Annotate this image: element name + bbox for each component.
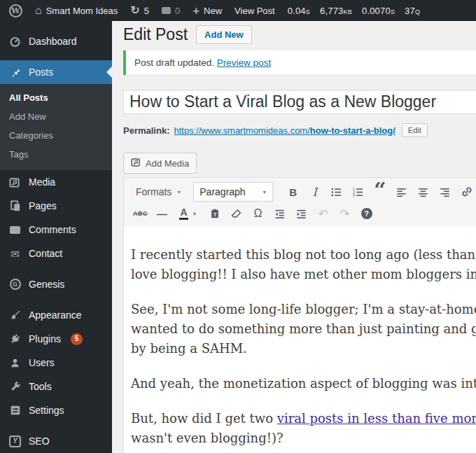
query-monitor-stats[interactable]: 0.04s 6,773kb 0.0070s 37q — [281, 0, 427, 21]
clear-formatting-button[interactable] — [225, 204, 247, 223]
plug-icon — [8, 333, 22, 344]
permalink-url-link[interactable]: https://www.smartmomideas.com/how-to-sta… — [174, 125, 395, 136]
settings-sliders-icon — [8, 405, 22, 416]
admin-sidebar-menu: Dashboard Posts All Posts Add New Catego… — [0, 21, 112, 453]
editor-toolbar-primary: Formats ▼ Paragraph ▼ B I 123 “ — [124, 178, 476, 203]
sidebar-item-pages[interactable]: Pages — [0, 194, 112, 218]
comment-bubble-icon — [162, 7, 171, 14]
wordpress-menu[interactable]: W — [3, 0, 29, 21]
align-right-icon — [439, 186, 451, 198]
chevron-down-icon: ▼ — [192, 211, 197, 216]
italic-button[interactable]: I — [304, 183, 326, 201]
user-icon — [8, 358, 22, 368]
text-line: See, I'm not some long-life blogger; I'm… — [131, 300, 476, 319]
chevron-down-icon: ▼ — [176, 190, 181, 195]
formats-dropdown[interactable]: Formats ▼ — [130, 182, 188, 202]
paragraph: And yeah, the monetization aspect of blo… — [131, 374, 476, 393]
media-icon — [8, 176, 22, 188]
updates-menu[interactable]: ↻ 5 — [124, 0, 155, 21]
sidebar-item-label: Media — [29, 176, 55, 188]
sidebar-item-label: Posts — [29, 66, 53, 78]
paragraph: But, how did I get two viral posts in le… — [131, 409, 476, 448]
undo-icon: ↶ — [318, 207, 328, 221]
sidebar-item-posts[interactable]: Posts — [0, 60, 112, 84]
blockquote-icon: “ — [374, 187, 386, 197]
redo-button[interactable]: ↷ — [334, 204, 356, 223]
submenu-item-all-posts[interactable]: All Posts — [0, 88, 112, 107]
horizontal-rule-button[interactable]: — — [151, 204, 173, 223]
sidebar-item-label: Genesis — [29, 278, 64, 291]
edit-permalink-button[interactable]: Edit — [402, 123, 428, 137]
special-character-button[interactable]: Ω — [247, 204, 269, 223]
sidebar-item-label: Users — [29, 356, 55, 369]
notice-text: Post draft updated. — [134, 57, 214, 68]
sidebar-item-genesis[interactable]: G Genesis — [0, 272, 112, 296]
horizontal-rule-icon: — — [157, 208, 167, 220]
strikethrough-button[interactable]: ABC — [130, 204, 151, 223]
yoast-seo-icon: Y — [8, 435, 22, 447]
paragraph-style-dropdown[interactable]: Paragraph ▼ — [193, 182, 273, 202]
sidebar-item-label: Plugins — [29, 333, 61, 345]
sidebar-item-plugins[interactable]: Plugins 5 — [0, 327, 112, 351]
preview-post-link[interactable]: Preview post — [217, 57, 271, 68]
sidebar-item-media[interactable]: Media — [0, 170, 112, 194]
pushpin-icon — [8, 67, 22, 78]
new-content-menu[interactable]: + New — [186, 0, 228, 21]
omega-icon: Ω — [254, 207, 262, 220]
help-button[interactable]: ? — [356, 204, 377, 223]
sidebar-item-comments[interactable]: Comments — [0, 218, 112, 242]
submenu-item-tags[interactable]: Tags — [0, 145, 112, 164]
sidebar-item-settings[interactable]: Settings — [0, 398, 112, 422]
comments-menu[interactable]: 0 — [155, 0, 186, 21]
submenu-item-add-new[interactable]: Add New — [0, 107, 112, 126]
sidebar-item-contact[interactable]: ✉ Contact — [0, 242, 112, 265]
sidebar-item-appearance[interactable]: Appearance — [0, 303, 112, 327]
numbered-list-button[interactable]: 123 — [347, 183, 369, 201]
numbered-list-icon: 123 — [352, 186, 364, 198]
align-right-button[interactable] — [434, 183, 456, 201]
view-post-menu[interactable]: View Post — [228, 0, 281, 21]
comment-bubble-icon — [8, 226, 22, 234]
update-icon: ↻ — [130, 5, 139, 16]
strikethrough-icon: ABC — [133, 210, 148, 217]
insert-link-button[interactable] — [456, 183, 476, 201]
sidebar-item-tools[interactable]: Tools — [0, 375, 112, 398]
submenu-item-categories[interactable]: Categories — [0, 126, 112, 145]
viral-posts-link[interactable]: viral posts in less than five months — [277, 411, 476, 426]
align-center-button[interactable] — [412, 183, 434, 201]
align-left-button[interactable] — [391, 183, 412, 201]
new-label: New — [204, 6, 222, 16]
outdent-button[interactable] — [269, 204, 290, 223]
sidebar-item-seo[interactable]: Y SEO — [0, 429, 112, 453]
text-color-button[interactable]: A ▼ — [173, 204, 204, 223]
editor-content[interactable]: I recently started this blog not too lon… — [124, 227, 476, 453]
add-media-label: Add Media — [146, 158, 189, 169]
add-media-button[interactable]: Add Media — [123, 153, 197, 174]
formats-label: Formats — [136, 186, 172, 197]
plus-icon: + — [192, 5, 200, 17]
site-name: Smart Mom Ideas — [46, 6, 118, 16]
sidebar-item-label: Pages — [29, 200, 57, 212]
eraser-icon — [230, 208, 242, 220]
sidebar-item-dashboard[interactable]: Dashboard — [0, 29, 112, 53]
paragraph: See, I'm not some long-life blogger; I'm… — [131, 300, 476, 358]
bold-button[interactable]: B — [282, 183, 304, 201]
add-new-post-button[interactable]: Add New — [196, 25, 252, 44]
blockquote-button[interactable]: “ — [369, 183, 391, 201]
undo-button[interactable]: ↶ — [312, 204, 334, 223]
post-title-input[interactable] — [123, 90, 476, 114]
site-name-menu[interactable]: ⌂ Smart Mom Ideas — [29, 0, 124, 21]
paste-as-text-button[interactable]: T — [204, 204, 225, 223]
redo-icon: ↷ — [340, 207, 349, 221]
sidebar-item-label: Comments — [29, 223, 76, 236]
genesis-icon: G — [8, 279, 22, 290]
text-line: And yeah, the monetization aspect of blo… — [131, 374, 476, 393]
paragraph: I recently started this blog not too lon… — [131, 245, 476, 284]
indent-button[interactable] — [290, 204, 312, 223]
link-icon — [461, 186, 473, 198]
bold-icon: B — [289, 186, 297, 198]
sidebar-item-users[interactable]: Users — [0, 351, 112, 375]
bullet-list-button[interactable] — [326, 183, 347, 201]
permalink-row: Permalink: https://www.smartmomideas.com… — [123, 123, 476, 137]
pages-icon — [8, 200, 22, 211]
